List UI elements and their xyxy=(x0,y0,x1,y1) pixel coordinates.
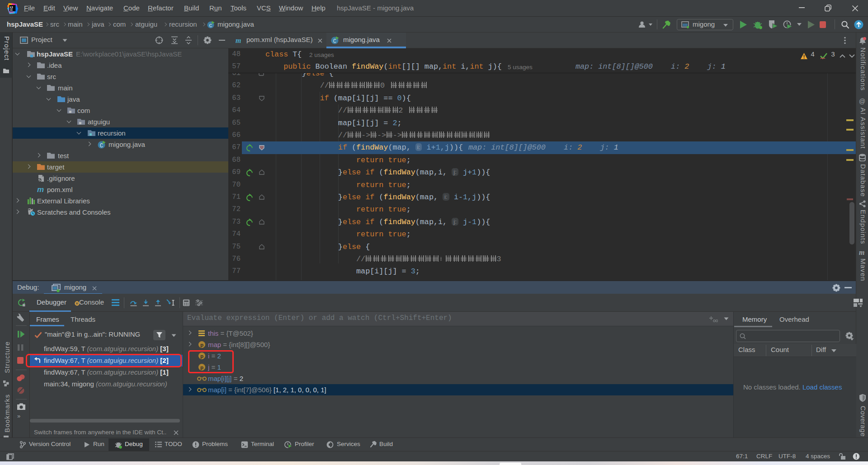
svg-text:IJ: IJ xyxy=(10,5,13,9)
svg-text:C: C xyxy=(209,23,212,28)
svg-text:m: m xyxy=(236,37,241,44)
svg-text:p: p xyxy=(200,342,203,348)
svg-text:C: C xyxy=(100,143,103,149)
svg-text:C: C xyxy=(333,38,336,44)
